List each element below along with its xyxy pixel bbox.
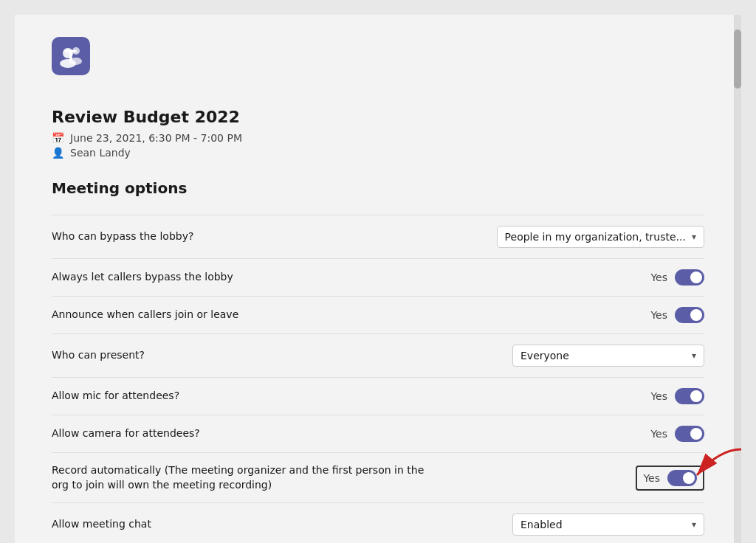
meeting-datetime: June 23, 2021, 6:30 PM - 7:00 PM bbox=[70, 132, 242, 144]
callers-bypass-toggle[interactable] bbox=[675, 269, 704, 286]
option-row-record-auto: Record automatically (The meeting organi… bbox=[52, 453, 704, 503]
meeting-datetime-row: 📅 June 23, 2021, 6:30 PM - 7:00 PM bbox=[52, 132, 704, 144]
who-present-chevron-icon: ▾ bbox=[692, 350, 696, 361]
meeting-chat-value: Enabled bbox=[520, 519, 563, 530]
arrow-annotation bbox=[675, 446, 749, 493]
record-auto-toggle-label: Yes bbox=[643, 472, 660, 484]
option-label-announce-callers: Announce when callers join or leave bbox=[52, 308, 238, 322]
option-label-allow-mic: Allow mic for attendees? bbox=[52, 389, 179, 404]
svg-point-5 bbox=[70, 58, 82, 65]
main-container: T Review Budget 2022 📅 June 23, 2021, 6:… bbox=[15, 15, 741, 543]
meeting-organizer: Sean Landy bbox=[70, 147, 131, 159]
option-control-callers-bypass: Yes bbox=[650, 269, 704, 286]
meeting-chat-chevron-icon: ▾ bbox=[692, 519, 696, 530]
who-present-value: Everyone bbox=[520, 350, 569, 362]
option-label-meeting-chat: Allow meeting chat bbox=[52, 517, 151, 532]
svg-point-3 bbox=[72, 47, 80, 55]
option-label-allow-camera: Allow camera for attendees? bbox=[52, 426, 200, 441]
announce-callers-toggle-label: Yes bbox=[650, 309, 667, 321]
option-label-record-auto: Record automatically (The meeting organi… bbox=[52, 463, 436, 492]
option-control-allow-mic: Yes bbox=[650, 388, 704, 404]
options-container: Who can bypass the lobby? People in my o… bbox=[52, 215, 704, 543]
option-row-who-present: Who can present? Everyone ▾ bbox=[52, 334, 704, 378]
svg-point-2 bbox=[63, 48, 73, 58]
option-row-callers-bypass: Always let callers bypass the lobby Yes bbox=[52, 259, 704, 297]
meeting-chat-dropdown[interactable]: Enabled ▾ bbox=[512, 513, 704, 536]
allow-camera-toggle[interactable] bbox=[675, 426, 704, 442]
lobby-bypass-value: People in my organization, truste... bbox=[505, 231, 686, 243]
option-row-allow-mic: Allow mic for attendees? Yes bbox=[52, 378, 704, 415]
teams-logo: T bbox=[52, 37, 90, 75]
who-present-dropdown[interactable]: Everyone ▾ bbox=[512, 345, 704, 367]
option-row-lobby-bypass: Who can bypass the lobby? People in my o… bbox=[52, 215, 704, 259]
allow-camera-toggle-label: Yes bbox=[650, 428, 667, 440]
allow-mic-toggle-label: Yes bbox=[650, 390, 667, 402]
person-icon: 👤 bbox=[52, 147, 64, 159]
meeting-organizer-row: 👤 Sean Landy bbox=[52, 147, 704, 159]
option-control-lobby-bypass: People in my organization, truste... ▾ bbox=[497, 226, 704, 248]
option-label-who-present: Who can present? bbox=[52, 348, 145, 363]
meeting-title: Review Budget 2022 bbox=[52, 108, 704, 126]
option-control-who-present: Everyone ▾ bbox=[512, 345, 704, 367]
option-row-announce-callers: Announce when callers join or leave Yes bbox=[52, 297, 704, 334]
option-control-announce-callers: Yes bbox=[650, 307, 704, 323]
allow-mic-toggle[interactable] bbox=[675, 388, 704, 404]
lobby-bypass-chevron-icon: ▾ bbox=[692, 232, 696, 242]
lobby-bypass-dropdown[interactable]: People in my organization, truste... ▾ bbox=[497, 226, 704, 248]
calendar-icon: 📅 bbox=[52, 132, 64, 144]
option-row-allow-camera: Allow camera for attendees? Yes bbox=[52, 415, 704, 453]
announce-callers-toggle[interactable] bbox=[675, 307, 704, 323]
option-row-meeting-chat: Allow meeting chat Enabled ▾ bbox=[52, 503, 704, 543]
scrollbar-thumb[interactable] bbox=[734, 30, 741, 89]
option-control-meeting-chat: Enabled ▾ bbox=[512, 513, 704, 536]
callers-bypass-toggle-label: Yes bbox=[650, 272, 667, 283]
section-title: Meeting options bbox=[52, 179, 704, 197]
meeting-meta: 📅 June 23, 2021, 6:30 PM - 7:00 PM 👤 Sea… bbox=[52, 132, 704, 159]
option-control-allow-camera: Yes bbox=[650, 426, 704, 442]
option-label-lobby-bypass: Who can bypass the lobby? bbox=[52, 229, 193, 244]
option-label-callers-bypass: Always let callers bypass the lobby bbox=[52, 270, 233, 285]
